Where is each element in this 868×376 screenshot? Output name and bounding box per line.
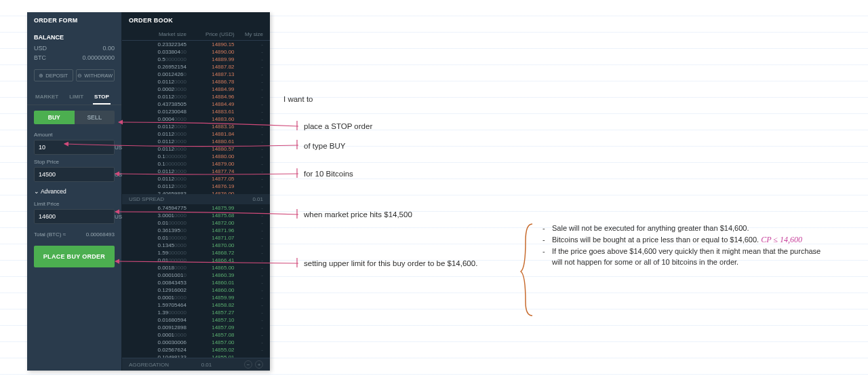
orderbook-row[interactable]: 0.0112000014876.19- bbox=[122, 183, 270, 190]
handwritten-note: CP ≤ 14,600 bbox=[761, 235, 802, 244]
sell-button[interactable]: SELL bbox=[75, 111, 115, 124]
place-buy-order-button[interactable]: PLACE BUY ORDER bbox=[34, 246, 115, 267]
orderbook-row[interactable]: 0.5000000014889.99- bbox=[122, 56, 270, 63]
aggregation-plus-button[interactable]: + bbox=[255, 360, 263, 369]
col-price: Price (USD) bbox=[186, 31, 235, 37]
annotation-stop-price: when market price hits $14,500 bbox=[304, 210, 412, 219]
orderbook-row[interactable]: 3.0001000014875.68- bbox=[122, 212, 270, 219]
amount-label: Amount bbox=[34, 132, 115, 138]
spread-row: USD SPREAD 0.01 bbox=[122, 194, 270, 204]
deposit-label: DEPOSIT bbox=[45, 73, 68, 79]
orderbook-row[interactable]: 0.0004000014883.60- bbox=[122, 115, 270, 123]
orderbook-row[interactable]: 0.0123004814883.61- bbox=[122, 108, 270, 115]
withdraw-button[interactable]: ⊖WITHDRAW bbox=[76, 69, 115, 81]
withdraw-icon: ⊖ bbox=[77, 73, 82, 79]
orderbook-row[interactable]: 0.0002000014884.99- bbox=[122, 86, 270, 93]
orderbook-row[interactable]: 0.0112000014877.74- bbox=[122, 168, 270, 175]
orderbook-row[interactable]: 0.0112000014883.16- bbox=[122, 123, 270, 130]
orderbook-row[interactable]: 0.0100000014871.07- bbox=[122, 234, 270, 242]
usd-value: 0.00 bbox=[102, 43, 115, 53]
orderbook-row[interactable]: 0.0100000014866.41- bbox=[122, 257, 270, 264]
aggregation-minus-button[interactable]: − bbox=[244, 360, 252, 369]
orderbook-row[interactable]: 0.1000000014879.00- bbox=[122, 160, 270, 168]
limit-price-input[interactable] bbox=[39, 213, 115, 220]
balance-usd-row: USD 0.00 bbox=[34, 43, 115, 53]
orderbook-row[interactable]: 0.0100000014872.00- bbox=[122, 219, 270, 227]
orderbook-row[interactable]: 0.1291600214860.00- bbox=[122, 286, 270, 294]
aggregation-value: 0.01 bbox=[201, 362, 212, 368]
orderbook-row[interactable]: 0.0112000014877.05- bbox=[122, 175, 270, 183]
tab-market[interactable]: MARKET bbox=[34, 91, 60, 105]
orderbook-row[interactable]: 1.3900000014857.27- bbox=[122, 309, 270, 316]
orderbook-row[interactable]: 6.7459477514875.99- bbox=[122, 204, 270, 212]
balance-btc-row: BTC 0.00000000 bbox=[34, 53, 115, 62]
note-item: If the price goes above $14,600 very qui… bbox=[542, 246, 827, 267]
orderbook-row[interactable]: 0.4373850514884.49- bbox=[122, 100, 270, 108]
amount-input-wrap[interactable]: USD bbox=[34, 140, 115, 155]
annotation-intro: I want to bbox=[283, 95, 313, 103]
annotation-amount: for 10 Bitcoins bbox=[304, 170, 353, 178]
orderbook-row[interactable]: 0.0112000014881.84- bbox=[122, 130, 270, 138]
total-row: Total (BTC) ≈ 0.00068493 bbox=[27, 226, 121, 243]
balance-label: BALANCE bbox=[34, 34, 115, 41]
orderbook-row[interactable]: 1.5900000014868.72- bbox=[122, 249, 270, 257]
total-label: Total (BTC) ≈ bbox=[34, 231, 66, 238]
advanced-label: Advanced bbox=[41, 188, 66, 195]
orderbook-row[interactable]: 0.1000000014880.00- bbox=[122, 153, 270, 160]
note-item: Sale will not be executed for anything g… bbox=[542, 223, 827, 233]
orderbook-row[interactable]: 0.0091289814857.09- bbox=[122, 324, 270, 331]
stop-price-label: Stop Price bbox=[34, 159, 115, 165]
btc-value: 0.00000000 bbox=[82, 53, 115, 62]
orderbook-row[interactable]: 0.0338040014890.00- bbox=[122, 48, 270, 56]
aggregation-row: AGGREGATION 0.01 − + bbox=[122, 358, 270, 371]
note-item: Bitcoins will be bought at a price less … bbox=[542, 234, 827, 245]
annotation-buy: of type BUY bbox=[304, 142, 345, 150]
orderbook-row[interactable]: 0.2695215414887.82- bbox=[122, 63, 270, 71]
advanced-toggle[interactable]: ⌄ Advanced bbox=[27, 184, 121, 199]
spread-label: USD SPREAD bbox=[129, 196, 164, 202]
spread-value: 0.01 bbox=[252, 196, 263, 202]
orderbook-row[interactable]: 0.0112000014880.57- bbox=[122, 145, 270, 153]
order-book-header: Market size Price (USD) My size bbox=[122, 29, 270, 41]
total-value: 0.00068493 bbox=[86, 231, 115, 238]
orderbook-row[interactable]: 0.0112000014880.61- bbox=[122, 138, 270, 145]
orderbook-row[interactable]: 0.0001000014857.08- bbox=[122, 331, 270, 339]
limit-price-input-wrap[interactable]: USD bbox=[34, 209, 115, 224]
orderbook-row[interactable]: 0.0001001014860.39- bbox=[122, 271, 270, 279]
orderbook-row[interactable]: 0.0001000014859.99- bbox=[122, 294, 270, 301]
orderbook-row[interactable]: 0.0256762414855.02- bbox=[122, 346, 270, 354]
orderbook-row[interactable]: 0.2332234514890.15- bbox=[122, 41, 270, 48]
withdraw-label: WITHDRAW bbox=[84, 73, 113, 79]
orderbook-row[interactable]: 0.0012426014887.13- bbox=[122, 71, 270, 78]
order-book-title: ORDER BOOK bbox=[122, 12, 270, 29]
tab-stop[interactable]: STOP bbox=[93, 91, 111, 105]
orderbook-row[interactable]: 1.5970546414858.82- bbox=[122, 301, 270, 309]
bids-list: 6.7459477514875.99-3.0001000014875.68-0.… bbox=[122, 204, 270, 358]
aggregation-label: AGGREGATION bbox=[129, 362, 169, 368]
deposit-icon: ⊕ bbox=[39, 73, 43, 79]
explanation-notes: Sale will not be executed for anything g… bbox=[542, 223, 827, 268]
buy-button[interactable]: BUY bbox=[34, 111, 75, 124]
order-type-tabs: MARKET LIMIT STOP bbox=[27, 88, 121, 105]
deposit-button[interactable]: ⊕DEPOSIT bbox=[34, 69, 73, 81]
col-market-size: Market size bbox=[129, 31, 186, 37]
amount-input[interactable] bbox=[39, 144, 115, 151]
orderbook-row[interactable]: 0.3613950014871.96- bbox=[122, 227, 270, 234]
trading-app: ORDER FORM BALANCE USD 0.00 BTC 0.000000… bbox=[27, 12, 270, 371]
col-my-size: My size bbox=[235, 31, 263, 37]
orderbook-row[interactable]: 0.0168059414857.10- bbox=[122, 316, 270, 324]
orderbook-row[interactable]: 0.1345000014870.00- bbox=[122, 242, 270, 249]
chevron-down-icon: ⌄ bbox=[34, 188, 39, 195]
annotation-stop: place a STOP order bbox=[304, 122, 372, 130]
orderbook-row[interactable]: 0.0003000614857.00- bbox=[122, 339, 270, 346]
orderbook-row[interactable]: 0.0018000014865.00- bbox=[122, 264, 270, 271]
orderbook-row[interactable]: 0.0084345314860.01- bbox=[122, 279, 270, 286]
orderbook-row[interactable]: 0.0112000014886.78- bbox=[122, 78, 270, 86]
order-form-title: ORDER FORM bbox=[27, 12, 121, 29]
tab-limit[interactable]: LIMIT bbox=[68, 91, 85, 105]
usd-label: USD bbox=[34, 43, 47, 53]
stop-price-input-wrap[interactable]: USD bbox=[34, 167, 115, 182]
stop-price-input[interactable] bbox=[39, 171, 115, 178]
orderbook-row[interactable]: 0.0112000014884.96- bbox=[122, 93, 270, 100]
order-book-panel: ORDER BOOK Market size Price (USD) My si… bbox=[122, 12, 270, 371]
